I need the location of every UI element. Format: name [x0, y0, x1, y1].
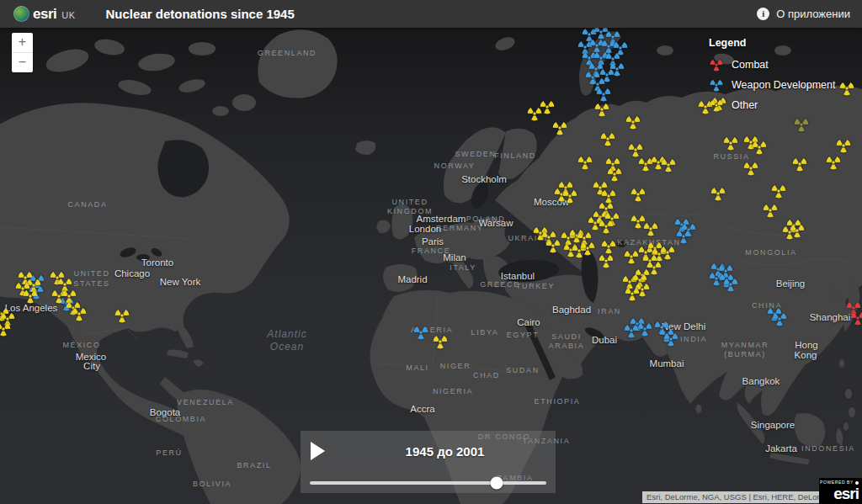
- esri-logo-region: UK: [61, 10, 75, 20]
- detonation-marker[interactable]: [751, 139, 768, 156]
- time-slider-thumb[interactable]: [490, 477, 503, 490]
- legend-items: CombatWeapon DevelopmentOther: [700, 55, 835, 115]
- detonation-marker[interactable]: [595, 86, 612, 103]
- time-slider-track[interactable]: [310, 481, 546, 485]
- detonation-marker[interactable]: [432, 333, 449, 350]
- detonation-marker[interactable]: [623, 322, 640, 339]
- detonation-marker[interactable]: [609, 61, 625, 77]
- legend-item: Weapon Development: [700, 75, 835, 95]
- detonation-marker[interactable]: [770, 183, 787, 199]
- combat-marker-icon: [709, 57, 724, 72]
- detonation-marker[interactable]: [659, 244, 676, 261]
- zoom-control: + −: [12, 33, 33, 72]
- detonation-marker[interactable]: [606, 166, 623, 183]
- other-marker-icon: [709, 98, 724, 113]
- app-window: GREENLANDCANADAUNITEDSTATESMÉXICOVENEZUE…: [0, 0, 862, 504]
- legend-item: Combat: [700, 55, 835, 75]
- detonation-marker[interactable]: [791, 156, 808, 172]
- detonation-marker[interactable]: [539, 98, 556, 115]
- page-title: Nuclear detonations since 1945: [106, 7, 295, 21]
- about-link[interactable]: i О приложении: [757, 8, 850, 20]
- about-label: О приложении: [776, 8, 850, 20]
- detonation-marker[interactable]: [722, 276, 739, 293]
- detonation-marker[interactable]: [710, 185, 726, 202]
- detonation-marker[interactable]: [793, 116, 810, 133]
- map-attribution: Esri, DeLorme, NGA, USGS | Esri, HERE, D…: [642, 491, 835, 503]
- weapon-development-marker-icon: [709, 77, 724, 93]
- powered-by-esri-logo[interactable]: POWERED BY esri: [819, 478, 862, 504]
- detonation-marker[interactable]: [835, 137, 852, 154]
- detonation-marker[interactable]: [551, 119, 568, 136]
- play-button[interactable]: [311, 442, 325, 460]
- detonation-marker[interactable]: [825, 154, 842, 171]
- detonation-marker[interactable]: [642, 220, 659, 237]
- detonation-marker[interactable]: [762, 202, 779, 219]
- time-range-label: 1945 до 2001: [334, 444, 556, 459]
- detonation-marker[interactable]: [0, 321, 12, 337]
- detonation-marker[interactable]: [771, 310, 788, 327]
- detonation-marker[interactable]: [561, 188, 578, 204]
- detonation-marker[interactable]: [577, 154, 593, 171]
- legend-panel: Legend CombatWeapon DevelopmentOther: [700, 37, 835, 115]
- detonation-marker[interactable]: [742, 160, 759, 177]
- esri-uk-logo[interactable]: esri UK: [13, 6, 76, 23]
- info-icon[interactable]: i: [757, 8, 769, 20]
- detonation-marker[interactable]: [599, 130, 616, 147]
- zoom-out-button[interactable]: −: [12, 53, 33, 72]
- legend-item-label: Other: [732, 99, 758, 111]
- detonation-marker[interactable]: [579, 240, 596, 257]
- detonation-marker[interactable]: [598, 252, 615, 269]
- esri-logo-text: esri: [33, 6, 56, 23]
- detonation-marker[interactable]: [114, 307, 130, 324]
- detonation-marker[interactable]: [838, 80, 855, 97]
- detonation-marker[interactable]: [545, 237, 561, 254]
- detonation-marker[interactable]: [789, 222, 806, 239]
- detonation-marker[interactable]: [675, 228, 692, 245]
- app-header: esri UK Nuclear detonations since 1945 i…: [0, 0, 862, 28]
- time-slider-panel: 1945 до 2001: [301, 431, 556, 493]
- detonation-marker[interactable]: [624, 285, 641, 302]
- detonation-marker[interactable]: [598, 218, 615, 235]
- detonation-marker[interactable]: [22, 288, 39, 305]
- detonation-marker[interactable]: [662, 331, 679, 347]
- esri-globe-icon: [13, 6, 29, 22]
- detonation-marker[interactable]: [412, 324, 429, 341]
- legend-item-label: Combat: [732, 59, 769, 71]
- detonation-marker[interactable]: [593, 101, 610, 118]
- legend-title: Legend: [709, 37, 835, 49]
- detonation-marker[interactable]: [71, 305, 88, 322]
- detonation-marker[interactable]: [584, 69, 601, 86]
- detonation-marker[interactable]: [849, 310, 862, 326]
- detonation-marker[interactable]: [722, 135, 739, 151]
- powered-by-brand: esri: [819, 485, 859, 501]
- zoom-in-button[interactable]: +: [12, 33, 33, 53]
- legend-item-label: Weapon Development: [732, 79, 835, 91]
- detonation-marker[interactable]: [660, 157, 677, 173]
- esri-mini-globe-icon: [855, 481, 859, 485]
- detonation-marker[interactable]: [630, 186, 646, 203]
- legend-item: Other: [700, 95, 835, 115]
- detonation-marker[interactable]: [625, 114, 641, 130]
